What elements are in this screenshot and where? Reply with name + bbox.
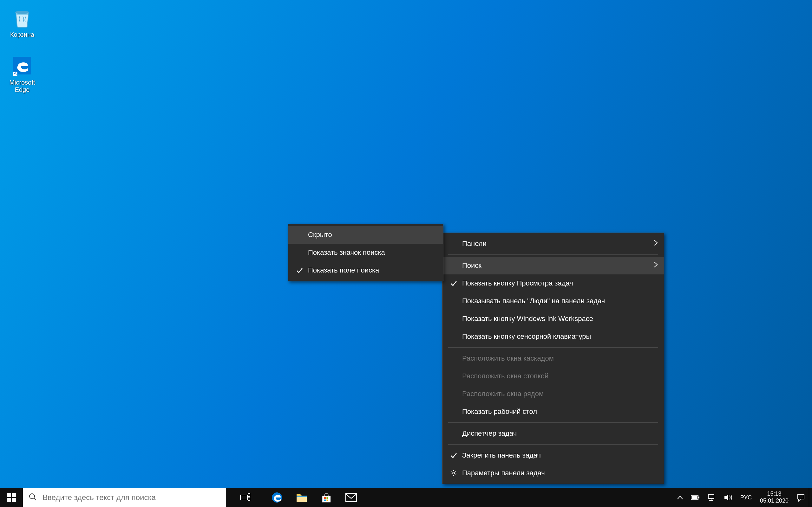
show-desktop-button[interactable] <box>809 488 812 507</box>
check-icon <box>450 452 462 459</box>
submenu-item-show-icon[interactable]: Показать значок поиска <box>288 244 443 262</box>
check-icon <box>450 280 462 287</box>
menu-item-lock-taskbar[interactable]: Закрепить панель задач <box>443 447 664 464</box>
taskbar-explorer-button[interactable] <box>289 488 314 507</box>
gear-icon <box>450 469 462 476</box>
svg-rect-23 <box>692 496 698 499</box>
svg-rect-18 <box>324 500 326 502</box>
svg-point-8 <box>30 494 35 499</box>
chevron-right-icon <box>654 239 658 248</box>
submenu-item-hidden[interactable]: Скрыто <box>288 226 443 244</box>
windows-logo-icon <box>7 493 16 502</box>
svg-point-3 <box>453 472 455 474</box>
tray-overflow-button[interactable] <box>673 488 687 507</box>
menu-item-show-task-view[interactable]: Показать кнопку Просмотра задач <box>443 274 664 292</box>
menu-item-taskbar-settings[interactable]: Параметры панели задач <box>443 464 664 482</box>
svg-rect-20 <box>346 493 357 502</box>
svg-rect-11 <box>248 494 250 497</box>
tray-clock[interactable]: 15:13 05.01.2020 <box>756 488 793 507</box>
speaker-icon <box>724 494 733 501</box>
battery-icon <box>691 495 700 500</box>
submenu-item-show-box[interactable]: Показать поле поиска <box>288 262 443 279</box>
svg-rect-22 <box>699 497 699 498</box>
menu-item-show-desktop[interactable]: Показать рабочий стол <box>443 403 664 420</box>
taskbar-store-button[interactable] <box>314 488 339 507</box>
search-input[interactable] <box>43 493 220 502</box>
tray-network-button[interactable] <box>704 488 720 507</box>
svg-rect-7 <box>12 498 16 502</box>
clock-time: 15:13 <box>767 491 781 498</box>
desktop-icons: Корзина Microsoft Edge <box>3 5 41 95</box>
notification-icon <box>797 493 805 502</box>
svg-rect-10 <box>241 495 247 500</box>
svg-rect-4 <box>7 493 11 497</box>
menu-item-show-touch-kb[interactable]: Показать кнопку сенсорной клавиатуры <box>443 328 664 345</box>
svg-line-9 <box>34 498 36 500</box>
svg-point-0 <box>15 11 29 14</box>
chevron-right-icon <box>654 262 658 270</box>
tray-action-center-button[interactable] <box>793 488 809 507</box>
start-button[interactable] <box>0 488 23 507</box>
edge-logo-icon <box>11 54 34 77</box>
svg-rect-16 <box>324 497 326 499</box>
taskbar-mail-button[interactable] <box>339 488 363 507</box>
svg-rect-24 <box>708 494 714 498</box>
svg-rect-17 <box>327 497 328 499</box>
menu-item-show-people[interactable]: Показывать панель "Люди" на панели задач <box>443 292 664 310</box>
taskbar: РУС 15:13 05.01.2020 <box>0 488 812 507</box>
menu-item-search[interactable]: Поиск <box>443 257 664 274</box>
clock-date: 05.01.2020 <box>760 498 789 504</box>
store-icon <box>321 492 332 503</box>
search-submenu: Скрыто Показать значок поиска Показать п… <box>288 224 444 281</box>
taskbar-edge-button[interactable] <box>264 488 289 507</box>
desktop-icon-label: Microsoft Edge <box>5 79 40 94</box>
check-icon <box>296 267 308 274</box>
taskbar-search-box[interactable] <box>23 488 226 507</box>
chevron-up-icon <box>677 495 683 500</box>
svg-rect-15 <box>297 496 307 497</box>
folder-icon <box>296 493 307 503</box>
mail-icon <box>345 493 357 502</box>
menu-item-task-manager[interactable]: Диспетчер задач <box>443 425 664 442</box>
svg-rect-5 <box>12 493 16 497</box>
menu-item-show-ink[interactable]: Показать кнопку Windows Ink Workspace <box>443 310 664 328</box>
tray-language-button[interactable]: РУС <box>737 488 756 507</box>
tray-battery-button[interactable] <box>687 488 704 507</box>
network-icon <box>707 494 716 501</box>
menu-item-cascade: Расположить окна каскадом <box>443 349 664 367</box>
svg-rect-19 <box>327 500 328 502</box>
menu-item-stack: Расположить окна стопкой <box>443 367 664 385</box>
task-view-icon <box>240 493 250 502</box>
trash-icon <box>11 6 34 29</box>
svg-rect-12 <box>248 498 250 501</box>
edge-icon[interactable]: Microsoft Edge <box>3 53 41 95</box>
recycle-bin-icon[interactable]: Корзина <box>3 5 41 40</box>
system-tray: РУС 15:13 05.01.2020 <box>673 488 812 507</box>
svg-rect-6 <box>7 498 11 502</box>
desktop-icon-label: Корзина <box>10 31 34 38</box>
edge-icon <box>271 492 283 503</box>
menu-item-side-by-side: Расположить окна рядом <box>443 385 664 403</box>
tray-volume-button[interactable] <box>720 488 737 507</box>
search-icon <box>29 493 37 502</box>
menu-item-panels[interactable]: Панели <box>443 235 664 252</box>
taskbar-context-menu: Панели Поиск Показать кнопку Просмотра з… <box>442 233 664 484</box>
task-view-button[interactable] <box>233 488 258 507</box>
